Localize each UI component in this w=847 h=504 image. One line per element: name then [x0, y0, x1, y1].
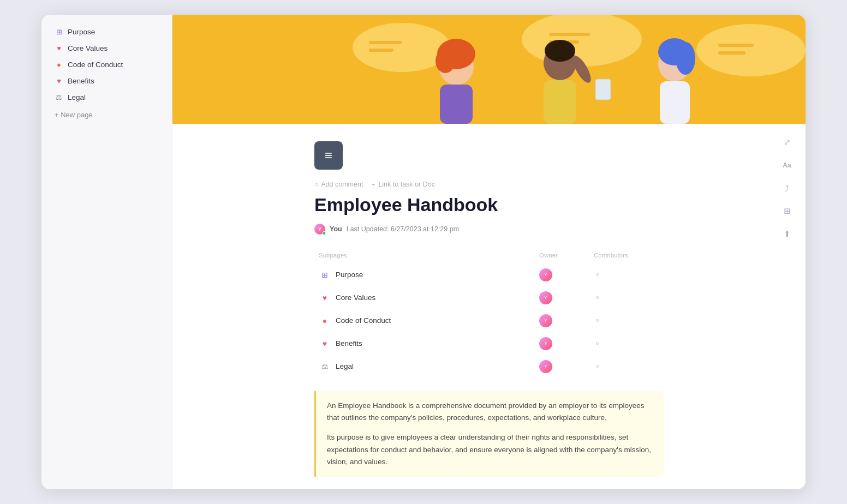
avatar: Y — [314, 224, 325, 235]
table-row[interactable]: ⚖ Legal Y ⚬ — [314, 355, 664, 378]
contributor-placeholder: ⚬ — [594, 270, 601, 279]
table-row[interactable]: ♥ Benefits Y ⚬ — [314, 332, 664, 355]
col-subpages: Subpages — [319, 252, 539, 259]
sidebar-item-label: Benefits — [68, 77, 94, 85]
owner-avatar: Y — [539, 291, 552, 304]
legal-icon: ⚖ — [55, 93, 63, 101]
info-paragraph-2: Its purpose is to give employees a clear… — [327, 431, 653, 468]
owner-cell: Y — [539, 314, 594, 327]
new-page-button[interactable]: + New page — [46, 107, 168, 122]
last-updated: Last Updated: 6/27/2023 at 12:29 pm — [347, 225, 459, 233]
subpage-name: ⚖ Legal — [319, 361, 539, 373]
svg-rect-8 — [718, 44, 754, 47]
sidebar-item-legal[interactable]: ⚖ Legal — [46, 89, 168, 105]
main-content: ⤢ Aa ⤴ ⊞ ⬆ ≡ ○ Add comment ⌁ Link to tas… — [172, 15, 806, 489]
svg-rect-6 — [549, 33, 590, 36]
link-tool[interactable]: ⊞ — [779, 203, 795, 219]
subpage-name: ● Code of Conduct — [319, 315, 539, 327]
sidebar-item-core-values[interactable]: ♥ Core Values — [46, 40, 168, 56]
contributors-cell: ⚬ — [594, 292, 659, 303]
page-doc-icon: ≡ — [314, 141, 343, 170]
author-row: Y You Last Updated: 6/27/2023 at 12:29 p… — [314, 224, 664, 235]
codeofconduct-icon: ● — [55, 60, 63, 69]
corevalues-icon: ♥ — [55, 44, 63, 52]
col-owner: Owner — [539, 252, 594, 259]
purpose-icon: ⊞ — [55, 27, 63, 36]
owner-avatar: Y — [539, 337, 552, 350]
sidebar-item-label: Code of Conduct — [68, 61, 123, 69]
svg-rect-4 — [369, 41, 402, 44]
info-block: An Employee Handbook is a comprehensive … — [314, 391, 664, 477]
link-icon: ⌁ — [372, 181, 375, 188]
page-title: Employee Handbook — [314, 194, 664, 216]
owner-avatar: Y — [539, 268, 552, 281]
sidebar-item-benefits[interactable]: ♥ Benefits — [46, 73, 168, 88]
sidebar-item-label: Legal — [68, 93, 86, 101]
subpages-table: Subpages Owner Contributors ⊞ Purpose Y … — [314, 250, 664, 378]
contributors-cell: ⚬ — [594, 269, 659, 280]
new-page-label: + New page — [55, 111, 93, 119]
owner-avatar: Y — [539, 360, 552, 373]
legal-icon: ⚖ — [319, 361, 331, 373]
svg-rect-13 — [440, 85, 473, 124]
svg-rect-18 — [595, 79, 611, 100]
svg-point-15 — [545, 40, 575, 62]
right-tools: ⤢ Aa ⤴ ⊞ ⬆ — [779, 135, 795, 242]
add-comment-label: Add comment — [321, 181, 363, 188]
link-task-button[interactable]: ⌁ Link to task or Doc — [372, 181, 435, 188]
add-comment-button[interactable]: ○ Add comment — [314, 181, 363, 188]
sidebar-item-label: Core Values — [68, 44, 108, 52]
toolbar: ○ Add comment ⌁ Link to task or Doc — [314, 181, 664, 188]
owner-cell: Y — [539, 337, 594, 350]
contributors-cell: ⚬ — [594, 315, 659, 326]
online-dot — [322, 231, 326, 235]
sidebar-item-purpose[interactable]: ⊞ Purpose — [46, 24, 168, 39]
sidebar-item-code-of-conduct[interactable]: ● Code of Conduct — [46, 57, 168, 72]
svg-rect-16 — [544, 80, 576, 124]
svg-rect-22 — [660, 81, 690, 124]
info-paragraph-1: An Employee Handbook is a comprehensive … — [327, 400, 653, 424]
subpage-name: ♥ Benefits — [319, 338, 539, 350]
svg-rect-5 — [369, 49, 393, 52]
owner-cell: Y — [539, 268, 594, 281]
font-tool[interactable]: Aa — [779, 158, 795, 173]
sidebar: ⊞ Purpose ♥ Core Values ● Code of Conduc… — [41, 15, 172, 489]
benefits-icon: ♥ — [55, 76, 63, 85]
share-tool[interactable]: ⤴ — [779, 181, 795, 196]
table-row[interactable]: ● Code of Conduct Y ⚬ — [314, 309, 664, 332]
contributor-placeholder: ⚬ — [594, 339, 601, 348]
table-row[interactable]: ⊞ Purpose Y ⚬ — [314, 263, 664, 286]
svg-point-3 — [696, 24, 806, 76]
comment-icon: ○ — [314, 181, 318, 188]
link-task-label: Link to task or Doc — [378, 181, 435, 188]
sidebar-item-label: Purpose — [68, 28, 95, 36]
benefits-icon: ♥ — [319, 338, 331, 350]
owner-cell: Y — [539, 360, 594, 373]
contributors-cell: ⚬ — [594, 338, 659, 349]
contributor-placeholder: ⚬ — [594, 316, 601, 325]
owner-cell: Y — [539, 291, 594, 304]
banner — [172, 15, 806, 124]
svg-point-21 — [676, 42, 695, 75]
col-contributors: Contributors — [594, 252, 659, 259]
contributors-cell: ⚬ — [594, 361, 659, 371]
contributor-placeholder: ⚬ — [594, 293, 601, 302]
contributor-placeholder: ⚬ — [594, 362, 601, 371]
owner-avatar: Y — [539, 314, 552, 327]
subpage-name: ⊞ Purpose — [319, 269, 539, 281]
svg-point-12 — [436, 49, 455, 73]
corevalues-icon: ♥ — [319, 292, 331, 304]
expand-tool[interactable]: ⤢ — [779, 135, 795, 150]
svg-rect-9 — [718, 51, 745, 55]
svg-rect-0 — [172, 15, 806, 124]
export-tool[interactable]: ⬆ — [779, 226, 795, 242]
subpage-name: ♥ Core Values — [319, 292, 539, 304]
table-row[interactable]: ♥ Core Values Y ⚬ — [314, 286, 664, 309]
page-body: ≡ ○ Add comment ⌁ Link to task or Doc Em… — [293, 124, 685, 489]
subpages-header: Subpages Owner Contributors — [314, 250, 664, 261]
purpose-icon: ⊞ — [319, 269, 331, 281]
codeofconduct-icon: ● — [319, 315, 331, 327]
author-name: You — [330, 225, 342, 233]
